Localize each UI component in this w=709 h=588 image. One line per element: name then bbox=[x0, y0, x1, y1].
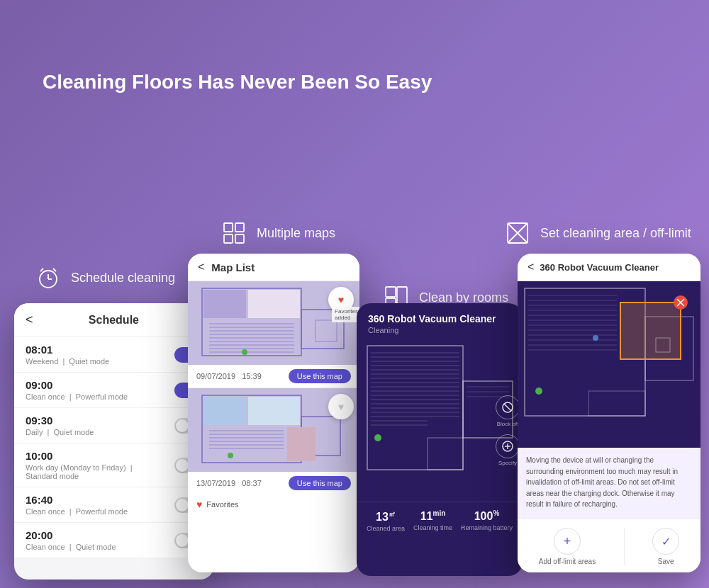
stat-cleaned-area: 13㎡ Cleaned area bbox=[367, 509, 405, 532]
map-date-1: 09/07/2019 15:39 bbox=[196, 372, 262, 380]
schedule-time: 09:00 bbox=[26, 379, 128, 391]
save-button[interactable]: ✓ Save bbox=[652, 528, 679, 565]
phone-rooms: 360 Robot Vacuum Cleaner Cleaning bbox=[357, 303, 523, 576]
alarm-icon bbox=[33, 262, 64, 293]
offlimit-footer: + Add off-limit areas ✓ Save bbox=[518, 519, 700, 572]
schedule-list: 08:01 Weekend | Quiet mode 09:00 Clean o… bbox=[14, 337, 214, 558]
map-item-1: ♥ Favoritesadded 09/07/2019 15:39 Use th… bbox=[188, 281, 359, 388]
svg-rect-19 bbox=[203, 320, 300, 354]
svg-point-29 bbox=[242, 349, 247, 355]
schedule-back-button[interactable]: < bbox=[26, 312, 33, 327]
schedule-title: Schedule bbox=[89, 314, 139, 327]
offlimit-title: 360 Robot Vacuum Cleaner bbox=[540, 262, 659, 273]
schedule-item: 10:00 Work day (Monday to Friday) | Stan… bbox=[14, 443, 214, 487]
schedule-item: 09:00 Clean once | Powerful mode bbox=[14, 373, 214, 408]
schedule-header: < Schedule + bbox=[14, 303, 214, 337]
schedule-item: 09:30 Daily | Quiet mode bbox=[14, 408, 214, 443]
svg-rect-35 bbox=[287, 427, 316, 461]
svg-point-94 bbox=[593, 335, 598, 341]
feature-maps-label: Multiple maps bbox=[257, 226, 335, 241]
schedule-item: 16:40 Clean once | Powerful mode bbox=[14, 487, 214, 523]
svg-point-42 bbox=[228, 453, 233, 458]
svg-line-69 bbox=[504, 404, 511, 411]
schedule-item: 08:01 Weekend | Quiet mode bbox=[14, 337, 214, 373]
favorites-button-1[interactable]: ♥ Favoritesadded bbox=[328, 287, 354, 312]
svg-rect-76 bbox=[620, 303, 681, 359]
schedule-detail: Daily | Quiet mode bbox=[26, 428, 94, 436]
stat-battery: 100% Remaining battery bbox=[461, 509, 513, 532]
map-date-2: 13/07/2019 08:37 bbox=[196, 479, 262, 487]
schedule-detail: Clean once | Quiet mode bbox=[26, 543, 116, 551]
block-off-button[interactable]: Block off bbox=[496, 395, 520, 427]
add-offlimit-button[interactable]: + Add off-limit areas bbox=[539, 528, 596, 565]
offlimit-back-button[interactable]: < bbox=[527, 261, 534, 273]
svg-line-4 bbox=[53, 268, 56, 271]
rooms-map: Block off Specify bbox=[357, 339, 523, 502]
stat-cleaning-time: 11min Cleaning time bbox=[413, 509, 452, 532]
svg-rect-34 bbox=[248, 397, 300, 425]
svg-rect-17 bbox=[203, 290, 246, 318]
svg-rect-5 bbox=[224, 223, 233, 232]
feature-schedule-label: Schedule cleaning bbox=[71, 271, 175, 285]
rooms-stats: 13㎡ Cleaned area 11min Cleaning time 100… bbox=[357, 502, 523, 539]
feature-schedule: Schedule cleaning bbox=[33, 262, 175, 293]
map-back-button[interactable]: < bbox=[198, 261, 204, 273]
favorites-button-2[interactable]: ♥ bbox=[328, 394, 354, 419]
use-map-button-2[interactable]: Use this map bbox=[289, 476, 351, 490]
schedule-item: 20:00 Clean once | Quiet mode bbox=[14, 523, 214, 558]
rooms-status: Cleaning bbox=[368, 326, 511, 334]
map-item-2: ♥ 13/07/2019 08:37 Use this map bbox=[188, 388, 359, 494]
specify-button[interactable]: Specify bbox=[496, 434, 520, 466]
phone-offlimit: < 360 Robot Vacuum Cleaner bbox=[518, 254, 700, 572]
svg-line-3 bbox=[40, 268, 43, 271]
svg-point-93 bbox=[535, 388, 542, 395]
schedule-time: 20:00 bbox=[26, 529, 116, 541]
svg-rect-75 bbox=[588, 391, 645, 416]
maps-icon bbox=[218, 217, 250, 249]
svg-rect-8 bbox=[235, 234, 244, 243]
feature-offlimit-label: Set cleaning area / off-limit bbox=[540, 226, 691, 241]
svg-rect-18 bbox=[248, 290, 300, 318]
feature-maps: Multiple maps bbox=[218, 217, 335, 249]
page-title: Cleaning Floors Has Never Been So Easy bbox=[43, 71, 432, 94]
map-list-header: < Map List bbox=[188, 254, 359, 281]
map-list-title: Map List bbox=[211, 261, 255, 273]
rooms-robot-title: 360 Robot Vacuum Cleaner bbox=[368, 313, 511, 324]
schedule-time: 10:00 bbox=[26, 450, 167, 462]
svg-rect-43 bbox=[367, 346, 463, 470]
offlimit-warning: Moving the device at will or changing th… bbox=[518, 448, 700, 519]
feature-offlimit: Set cleaning area / off-limit bbox=[502, 217, 691, 249]
zone-icon bbox=[502, 217, 533, 249]
svg-rect-9 bbox=[386, 287, 396, 297]
schedule-detail: Clean once | Powerful mode bbox=[26, 507, 128, 516]
schedule-time: 16:40 bbox=[26, 494, 128, 506]
svg-rect-30 bbox=[316, 320, 337, 341]
schedule-detail: Weekend | Quiet mode bbox=[26, 357, 109, 366]
rooms-header: 360 Robot Vacuum Cleaner Cleaning bbox=[357, 303, 523, 339]
svg-rect-33 bbox=[203, 397, 246, 425]
schedule-time: 09:30 bbox=[26, 414, 94, 426]
schedule-detail: Clean once | Powerful mode bbox=[26, 392, 128, 401]
favorites-label: Favorites bbox=[206, 500, 238, 509]
phone-schedule: < Schedule + 08:01 Weekend | Quiet mode … bbox=[14, 303, 214, 579]
use-map-button-1[interactable]: Use this map bbox=[289, 369, 351, 383]
offlimit-header: < 360 Robot Vacuum Cleaner bbox=[518, 254, 700, 281]
svg-rect-7 bbox=[224, 234, 233, 243]
svg-rect-45 bbox=[428, 438, 463, 470]
svg-rect-6 bbox=[235, 223, 244, 232]
schedule-time: 08:01 bbox=[26, 344, 109, 356]
svg-point-64 bbox=[374, 434, 381, 441]
offlimit-map bbox=[518, 281, 700, 448]
schedule-detail: Work day (Monday to Friday) | Standard m… bbox=[26, 463, 167, 480]
phone-map-list: < Map List bbox=[188, 254, 359, 572]
